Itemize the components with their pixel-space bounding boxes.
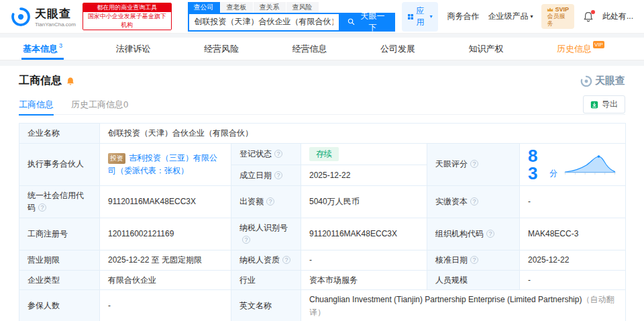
english-name-value: Chuanglian Investment (Tianjin) Partners…	[301, 290, 626, 321]
search-input[interactable]	[188, 13, 339, 32]
chevron-down-icon: ▾	[429, 13, 432, 19]
search-tab-relation[interactable]: 查关系	[254, 2, 286, 13]
search-button-label: 天眼一下	[358, 11, 386, 34]
business-info-table: 企业名称 创联投资（天津）合伙企业（有限合伙） 执行事务合伙人 投资吉利投资（三…	[19, 123, 626, 321]
subtab-history-label: 历史工商信息	[71, 99, 123, 111]
company-type-value: 有限合伙企业	[100, 270, 231, 290]
help-icon[interactable]	[266, 197, 274, 205]
field-label: 纳税人资质	[231, 250, 301, 270]
help-icon[interactable]	[470, 256, 478, 264]
tab-operational-risk[interactable]: 经营风险	[201, 38, 241, 60]
tab-business-info[interactable]: 经营信息	[290, 38, 330, 60]
field-label: 行业	[231, 270, 301, 290]
search-area: 查公司 查老板 查关系 查风险 天眼一下	[188, 2, 396, 32]
registration-status-value: 存续	[301, 143, 427, 165]
export-button[interactable]: 导出	[583, 95, 625, 113]
table-row: 企业类型 有限合伙企业 行业 资本市场服务 人员规模 -	[19, 270, 626, 290]
help-icon[interactable]	[274, 150, 282, 158]
tianyancha-logo-icon	[11, 7, 31, 27]
promo-line-2: 国家中小企业发展子基金旗下机构	[83, 12, 171, 30]
tab-basic-info[interactable]: 基本信息 3	[20, 38, 65, 60]
apps-button[interactable]: 应用 ▾	[402, 2, 438, 32]
field-label: 核准日期	[427, 250, 520, 270]
search-tab-boss[interactable]: 查老板	[221, 2, 253, 13]
svip-label: SVIP	[555, 6, 569, 13]
score-value: 83	[528, 147, 547, 182]
paid-capital-value: -	[520, 185, 626, 218]
insured-count-value: -	[100, 290, 231, 321]
help-icon[interactable]	[470, 160, 478, 168]
tianyancha-logo[interactable]: 天眼查 TianYanCha.com	[11, 6, 76, 28]
logo-text: 天眼查	[35, 6, 76, 21]
field-label: 出资额	[231, 185, 301, 218]
partner-value: 投资吉利投资（三亚）有限公司（委派代表：张权）	[100, 143, 231, 185]
search-button[interactable]: 天眼一下	[339, 13, 396, 32]
tab-intellectual-property[interactable]: 知识产权	[466, 38, 506, 60]
table-row: 统一社会信用代码 91120116MAK48ECC3X 出资额 5040万人民币…	[19, 185, 626, 218]
export-button-label: 导出	[602, 99, 618, 110]
monitor-bell-icon[interactable]	[66, 77, 75, 86]
field-label: 登记状态	[231, 143, 301, 165]
menu-business-cooperation[interactable]: 商务合作	[447, 11, 479, 22]
table-row: 参保人数 - 英文名称 Chuanglian Investment (Tianj…	[19, 290, 626, 321]
approval-date-value: 2025-12-22	[520, 250, 626, 270]
score-unit: 分	[549, 167, 557, 182]
invest-badge: 投资	[108, 153, 125, 164]
industry-value: 资本市场服务	[301, 270, 427, 290]
svip-membership-badge[interactable]: SVIP 会员服务	[541, 4, 574, 29]
field-label: 天眼评分	[427, 143, 520, 185]
table-row: 工商注册号 120116002121169 纳税人识别号 91120116MAK…	[19, 218, 626, 250]
field-label: 企业名称	[19, 124, 100, 144]
tab-company-development[interactable]: 公司发展	[378, 38, 418, 60]
notification-bell-icon[interactable]	[583, 11, 594, 22]
menu-enterprise-products-label: 企业级产品	[488, 11, 528, 22]
field-label: 企业类型	[19, 270, 100, 290]
tianyan-score-cell: 83 分	[520, 143, 626, 185]
help-icon[interactable]	[486, 230, 494, 238]
vip-badge: VIP	[593, 41, 604, 48]
watermark-text: 天眼查	[595, 75, 625, 87]
subtab-history-business-info[interactable]: 历史工商信息 0	[71, 95, 128, 115]
org-code-value: MAK48ECC-3	[520, 218, 626, 250]
field-label: 组织机构代码	[427, 218, 520, 250]
apps-button-label: 应用	[416, 5, 427, 28]
score-distribution-chart	[563, 152, 617, 177]
export-icon	[590, 101, 598, 109]
table-row: 营业期限 2025-12-22 至 无固定期限 纳税人资质 - 核准日期 202…	[19, 250, 626, 270]
tab-legal-proceedings[interactable]: 法律诉讼	[113, 38, 154, 60]
capital-value: 5040万人民币	[301, 185, 427, 218]
section-header: 工商信息 天眼查	[19, 74, 625, 88]
field-label: 纳税人识别号	[231, 218, 301, 250]
establish-date-value: 2025-12-22	[301, 165, 427, 185]
logo-domain: TianYanCha.com	[35, 21, 76, 28]
section-title: 工商信息	[19, 74, 62, 88]
business-term-value: 2025-12-22 至 无固定期限	[100, 250, 231, 270]
help-icon[interactable]	[38, 203, 46, 212]
field-label: 参保人数	[19, 290, 100, 321]
help-icon[interactable]	[470, 197, 478, 205]
field-label: 英文名称	[231, 290, 301, 321]
subtab-row: 工商信息 历史工商信息 0 导出	[19, 95, 625, 115]
help-icon[interactable]	[282, 256, 290, 264]
page: 天眼查 TianYanCha.com 都在用的商业查询工具 国家中小企业发展子基…	[0, 0, 644, 321]
subtab-history-count: 0	[123, 99, 128, 109]
status-badge: 存续	[309, 147, 339, 161]
tianyancha-watermark: 天眼查	[580, 75, 625, 87]
tab-history-info[interactable]: 历史信息 VIP	[554, 38, 607, 60]
search-tab-risk[interactable]: 查风险	[286, 2, 319, 13]
field-label: 实缴资本	[427, 185, 520, 218]
help-icon[interactable]	[274, 171, 282, 179]
menu-enterprise-products[interactable]: 企业级产品 ▾	[488, 11, 533, 22]
search-icon	[347, 17, 355, 26]
subtab-business-info[interactable]: 工商信息	[19, 95, 54, 115]
search-tab-company[interactable]: 查公司	[188, 2, 220, 13]
tianyancha-watermark-icon	[580, 75, 592, 87]
field-label: 工商注册号	[19, 218, 100, 250]
field-label: 统一社会信用代码	[19, 185, 100, 218]
notification-dot	[591, 10, 595, 14]
help-icon[interactable]	[242, 236, 250, 244]
tab-basic-info-label: 基本信息	[23, 43, 58, 55]
credit-code-value: 91120116MAK48ECC3X	[100, 185, 231, 218]
tab-history-info-label: 历史信息	[557, 43, 592, 55]
user-menu[interactable]: 此处有...	[602, 11, 633, 22]
